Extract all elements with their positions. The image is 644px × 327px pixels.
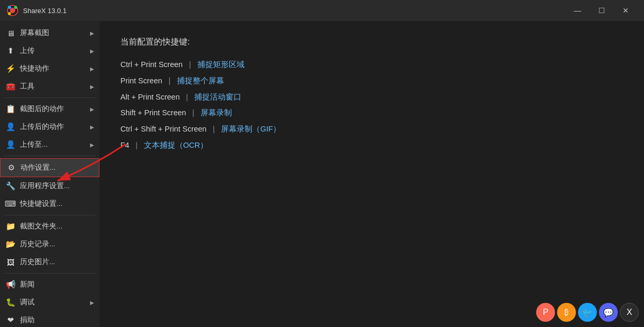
tools-icon: 🧰 (5, 81, 16, 92)
shortcut-separator-3: | (190, 108, 196, 117)
shortcut-key-2: Alt + Print Screen (120, 93, 180, 101)
window-controls: — ☐ ✕ (565, 0, 638, 21)
quick-actions-label: 快捷动作 (20, 64, 49, 73)
shortcut-key-1: Print Screen (120, 77, 162, 85)
shortcut-desc-4: 屏幕录制（GIF） (221, 125, 281, 133)
shortcut-desc-3: 屏幕录制 (201, 108, 232, 117)
sidebar-item-tools[interactable]: 🧰工具▶ (0, 78, 99, 95)
debug-icon: 🐛 (5, 297, 16, 308)
menu-separator (4, 273, 95, 274)
sidebar-item-news[interactable]: 📢新闻 (0, 276, 99, 293)
shortcut-key-4: Ctrl + Shift + Print Screen (120, 125, 206, 133)
after-upload-label: 上传后的动作 (20, 122, 64, 132)
shortcut-key-5: F4 (120, 141, 129, 149)
sidebar-item-donate[interactable]: ❤捐助 (0, 311, 99, 327)
upload-arrow-icon: ▶ (90, 48, 94, 54)
sidebar-item-history[interactable]: 📂历史记录... (0, 235, 99, 253)
shortcut-row-4: Ctrl + Shift + Print Screen | 屏幕录制（GIF） (120, 124, 623, 135)
shortcut-desc-5: 文本捕捉（OCR） (144, 141, 208, 149)
shortcuts-title: 当前配置的快捷键: (120, 37, 623, 48)
shortcut-separator-0: | (187, 60, 193, 69)
social-twitter-icon[interactable]: 🐦 (578, 303, 597, 322)
app-title: ShareX 13.0.1 (23, 7, 565, 15)
shortcut-row-3: Shift + Print Screen | 屏幕录制 (120, 107, 623, 119)
action-settings-icon: ⚙ (6, 162, 16, 173)
sidebar-item-image-history[interactable]: 🖼历史图片... (0, 253, 99, 271)
sidebar-item-upload[interactable]: ⬆上传▶ (0, 42, 99, 60)
shortcuts-list: Ctrl + Print Screen | 捕捉矩形区域Print Screen… (120, 59, 623, 151)
sidebar-item-upload-to[interactable]: 👤上传至...▶ (0, 136, 99, 154)
sidebar-item-after-upload[interactable]: 👤上传后的动作▶ (0, 118, 99, 136)
sidebar-item-after-capture[interactable]: 📋截图后的动作▶ (0, 100, 99, 118)
shortcut-separator-5: | (134, 141, 140, 149)
close-button[interactable]: ✕ (614, 0, 638, 21)
sidebar-item-app-settings[interactable]: 🔧应用程序设置... (0, 177, 99, 195)
svg-point-3 (14, 6, 17, 9)
app-logo (6, 4, 19, 17)
after-capture-arrow-icon: ▶ (90, 106, 94, 112)
hotkey-settings-label: 快捷键设置... (20, 199, 62, 209)
sidebar-item-screenshot-folder[interactable]: 📁截图文件夹... (0, 217, 99, 235)
donate-icon: ❤ (5, 315, 16, 325)
sidebar-item-screen-capture[interactable]: 🖥屏幕截图▶ (0, 24, 99, 42)
maximize-button[interactable]: ☐ (590, 0, 614, 21)
screen-capture-arrow-icon: ▶ (90, 30, 94, 36)
app-settings-icon: 🔧 (5, 181, 16, 191)
social-bitcoin-icon[interactable]: ₿ (557, 303, 576, 322)
quick-actions-icon: ⚡ (5, 63, 16, 74)
screen-capture-icon: 🖥 (5, 28, 16, 38)
news-icon: 📢 (5, 279, 16, 290)
debug-arrow-icon: ▶ (90, 300, 94, 306)
sidebar: 🖥屏幕截图▶⬆上传▶⚡快捷动作▶🧰工具▶📋截图后的动作▶👤上传后的动作▶👤上传至… (0, 21, 99, 327)
shortcut-separator-2: | (184, 93, 190, 101)
upload-to-label: 上传至... (20, 140, 48, 149)
quick-actions-arrow-icon: ▶ (90, 66, 94, 72)
title-bar: ShareX 13.0.1 — ☐ ✕ (0, 0, 644, 21)
shortcut-key-0: Ctrl + Print Screen (120, 60, 183, 69)
social-bar: P₿🐦💬X (536, 303, 639, 322)
after-upload-arrow-icon: ▶ (90, 124, 94, 130)
social-discord-icon[interactable]: 💬 (599, 303, 618, 322)
image-history-label: 历史图片... (20, 257, 55, 267)
screenshot-folder-label: 截图文件夹... (20, 222, 62, 231)
donate-label: 捐助 (20, 315, 35, 325)
social-patreon-icon[interactable]: P (536, 303, 555, 322)
history-label: 历史记录... (20, 239, 55, 249)
after-capture-label: 截图后的动作 (20, 104, 64, 114)
content-area: 当前配置的快捷键: Ctrl + Print Screen | 捕捉矩形区域Pr… (99, 21, 644, 327)
news-label: 新闻 (20, 280, 35, 289)
tools-arrow-icon: ▶ (90, 84, 94, 90)
svg-point-4 (8, 12, 11, 15)
upload-to-icon: 👤 (5, 139, 16, 150)
image-history-icon: 🖼 (5, 257, 16, 267)
shortcut-separator-4: | (210, 125, 217, 133)
shortcut-row-2: Alt + Print Screen | 捕捉活动窗口 (120, 92, 623, 103)
menu-separator (4, 215, 95, 215)
after-upload-icon: 👤 (5, 122, 16, 132)
shortcut-key-3: Shift + Print Screen (120, 108, 186, 117)
social-sharex-icon[interactable]: X (620, 303, 639, 322)
screenshot-folder-icon: 📁 (5, 221, 16, 232)
upload-to-arrow-icon: ▶ (90, 142, 94, 148)
upload-icon: ⬆ (5, 46, 16, 56)
shortcut-row-0: Ctrl + Print Screen | 捕捉矩形区域 (120, 59, 623, 71)
shortcut-row-5: F4 | 文本捕捉（OCR） (120, 140, 623, 151)
history-icon: 📂 (5, 239, 16, 249)
shortcut-desc-1: 捕捉整个屏幕 (177, 77, 224, 85)
minimize-button[interactable]: — (565, 0, 590, 21)
upload-label: 上传 (20, 46, 35, 56)
svg-point-1 (10, 8, 15, 13)
app-settings-label: 应用程序设置... (20, 181, 70, 191)
sidebar-item-debug[interactable]: 🐛调试▶ (0, 293, 99, 311)
sidebar-item-hotkey-settings[interactable]: ⌨快捷键设置... (0, 195, 99, 213)
main-layout: 🖥屏幕截图▶⬆上传▶⚡快捷动作▶🧰工具▶📋截图后的动作▶👤上传后的动作▶👤上传至… (0, 21, 644, 327)
hotkey-settings-icon: ⌨ (5, 199, 16, 209)
action-settings-label: 动作设置... (20, 163, 55, 172)
shortcut-separator-1: | (166, 77, 173, 85)
tools-label: 工具 (20, 82, 35, 91)
debug-label: 调试 (20, 298, 35, 307)
sidebar-item-action-settings[interactable]: ⚙动作设置... (0, 158, 99, 177)
shortcut-row-1: Print Screen | 捕捉整个屏幕 (120, 75, 623, 87)
sidebar-item-quick-actions[interactable]: ⚡快捷动作▶ (0, 60, 99, 78)
menu-separator (4, 156, 95, 156)
